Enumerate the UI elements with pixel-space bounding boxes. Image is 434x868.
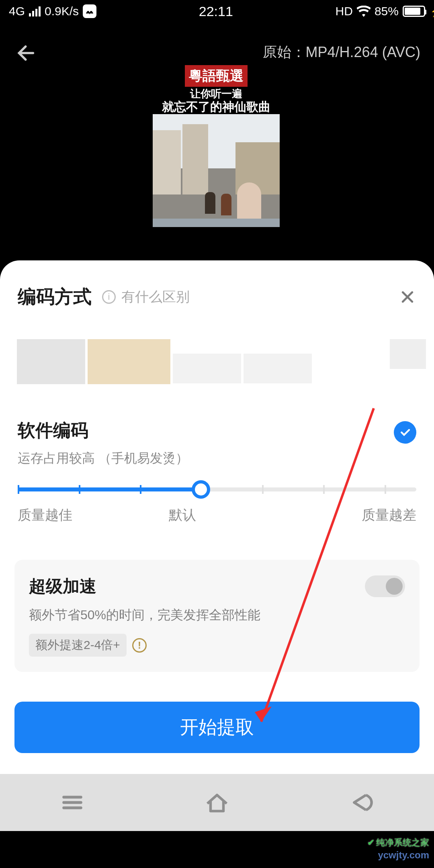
quality-slider[interactable] [18, 487, 416, 491]
accel-desc: 额外节省50%的时间，完美发挥全部性能 [29, 606, 405, 624]
nav-home-icon[interactable] [204, 790, 230, 815]
thumb-line2: 就忘不了的神仙歌曲 [153, 99, 280, 115]
charging-icon: ⚡ [430, 5, 434, 18]
codec-options-strip[interactable] [0, 322, 434, 396]
battery-percent: 85% [375, 4, 399, 18]
close-button[interactable] [399, 288, 416, 306]
network-type: 4G [9, 4, 25, 18]
status-bar: 4G 0.9K/s 22:11 HD 85% ⚡ [0, 0, 434, 23]
system-nav-bar [0, 774, 434, 831]
video-preview-area: 原始：MP4/H.264 (AVC) 粵語甄選 让你听一遍 就忘不了的神仙歌曲 [0, 23, 434, 275]
slider-label-worst: 质量越差 [362, 506, 416, 524]
nav-back-icon[interactable] [349, 790, 375, 815]
back-button[interactable] [15, 42, 38, 66]
sheet-subtitle[interactable]: 有什么区别 [121, 288, 190, 306]
super-accel-card: 超级加速 额外节省50%的时间，完美发挥全部性能 额外提速2-4倍+ ! [14, 560, 420, 672]
slider-label-best: 质量越佳 [18, 506, 72, 524]
watermark-1: ✔纯净系统之家 [367, 837, 429, 849]
slider-thumb[interactable] [192, 480, 210, 499]
video-thumbnail[interactable]: 粵語甄選 让你听一遍 就忘不了的神仙歌曲 [153, 58, 280, 275]
battery-icon [403, 6, 425, 17]
encoding-sheet: 编码方式 i 有什么区别 软件编码 运存占用较高 （手机易发烫） [0, 260, 434, 774]
format-label: 原始：MP4/H.264 (AVC) [262, 43, 420, 62]
clock: 22:11 [199, 4, 233, 19]
accel-toggle[interactable] [365, 575, 405, 597]
nav-recent-icon[interactable] [59, 790, 85, 815]
start-extract-button[interactable]: 开始提取 [14, 702, 420, 753]
wifi-icon [357, 6, 371, 17]
hd-indicator: HD [336, 4, 353, 18]
thumb-badge: 粵語甄選 [185, 65, 248, 87]
signal-icon [29, 6, 41, 16]
slider-label-default: 默认 [169, 506, 196, 524]
software-encoding-title: 软件编码 [18, 419, 188, 442]
app-indicator-icon [83, 4, 96, 18]
net-speed: 0.9K/s [45, 4, 79, 18]
accel-title: 超级加速 [29, 575, 96, 598]
accel-badge: 额外提速2-4倍+ [29, 634, 127, 657]
sheet-title: 编码方式 [18, 285, 92, 309]
info-icon[interactable]: i [102, 290, 116, 304]
watermark-2: ycwjty.com [378, 850, 429, 861]
warning-icon[interactable]: ! [132, 638, 147, 653]
software-encoding-desc: 运存占用较高 （手机易发烫） [18, 450, 188, 467]
selected-check-icon[interactable] [394, 421, 416, 444]
